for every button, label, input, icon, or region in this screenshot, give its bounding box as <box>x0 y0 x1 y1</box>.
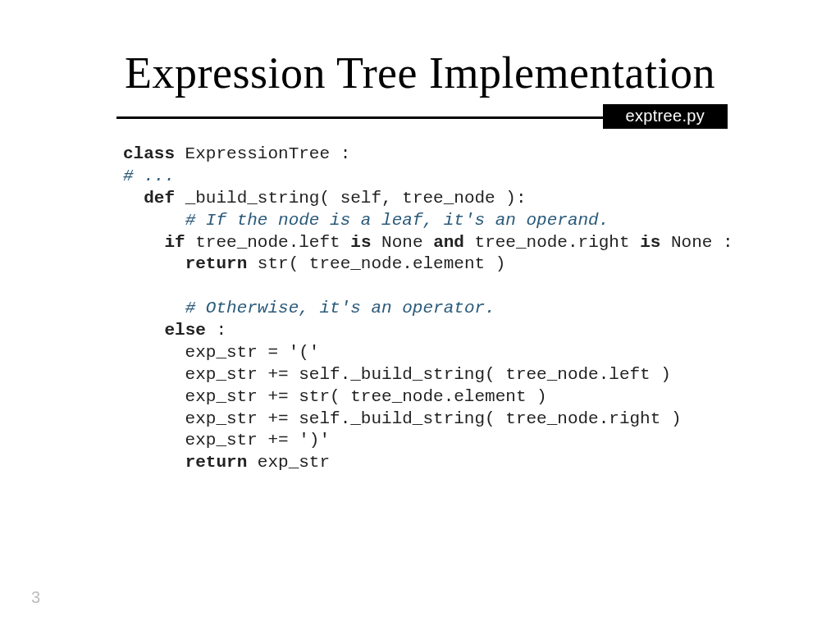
code-text: exp_str += ')' <box>123 431 330 450</box>
page-number: 3 <box>31 588 40 607</box>
code-text: tree_node.right <box>464 233 640 252</box>
code-pad <box>123 233 164 252</box>
code-text: exp_str += self._build_string( tree_node… <box>123 365 671 384</box>
code-pad <box>123 453 185 472</box>
code-text: exp_str += str( tree_node.element ) <box>123 387 547 406</box>
kw-class: class <box>123 144 175 163</box>
code-text: str( tree_node.element ) <box>247 254 505 273</box>
code-pad <box>123 254 185 273</box>
kw-return: return <box>185 254 248 273</box>
code-text: None : <box>660 233 733 252</box>
code-pad <box>123 189 144 208</box>
slide: Expression Tree Implementation exptree.p… <box>0 0 840 630</box>
comment: # If the node is a leaf, it's an operand… <box>185 211 609 230</box>
file-tab: exptree.py <box>603 104 728 129</box>
code-text: exp_str += self._build_string( tree_node… <box>123 409 682 428</box>
code-text: : <box>206 321 226 340</box>
slide-title: Expression Tree Implementation <box>0 0 840 98</box>
kw-return: return <box>185 453 248 472</box>
kw-and: and <box>433 233 464 252</box>
code-text: _build_string( self, tree_node ): <box>175 189 526 208</box>
kw-else: else <box>164 321 205 340</box>
kw-is: is <box>350 233 371 252</box>
code-text: exp_str <box>247 453 330 472</box>
code-pad <box>123 321 164 340</box>
code-block: class ExpressionTree : # ... def _build_… <box>123 144 840 474</box>
comment: # ... <box>123 167 175 185</box>
code-pad <box>123 299 185 317</box>
code-pad <box>123 211 185 230</box>
code-text: ExpressionTree : <box>175 144 350 163</box>
code-text: None <box>372 233 434 252</box>
code-text: tree_node.left <box>185 233 351 252</box>
title-rule-wrap: exptree.py <box>116 116 724 119</box>
comment: # Otherwise, it's an operator. <box>185 299 495 317</box>
kw-if: if <box>164 233 185 252</box>
code-text: exp_str = '(' <box>123 343 319 362</box>
kw-def: def <box>144 189 175 208</box>
kw-is: is <box>640 233 660 252</box>
